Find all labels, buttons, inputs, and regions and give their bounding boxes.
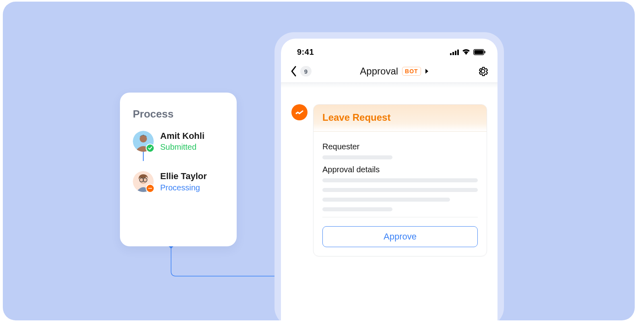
message-row: Leave Request Requester Approval details… [281,88,497,256]
process-title: Process [133,108,224,120]
avatar [133,171,154,192]
svg-rect-15 [457,50,459,55]
person-name: Amit Kohli [160,131,204,141]
svg-rect-13 [452,52,454,55]
bot-badge: BOT [402,67,421,76]
skeleton-line [322,188,478,192]
svg-rect-12 [450,53,452,55]
process-item: Ellie Taylor Processing [133,171,224,193]
canvas: Process Amit Kohli Submitted [3,2,635,320]
person-name: Ellie Taylor [160,171,207,182]
phone-frame: 9:41 [275,32,504,320]
status-time: 9:41 [297,47,314,57]
svg-point-11 [151,188,152,189]
approval-details-label: Approval details [322,165,478,174]
skeleton-line [322,207,392,211]
check-icon [146,144,155,153]
chevron-left-icon[interactable] [290,66,297,77]
approve-button[interactable]: Approve [322,226,478,247]
phone-screen: 9:41 [281,39,497,320]
card-divider [322,217,478,217]
skeleton-line [322,155,392,159]
status-text: Submitted [160,141,204,153]
card-header: Leave Request [314,105,487,132]
svg-rect-17 [475,50,483,54]
requester-label: Requester [322,142,478,151]
back-count-pill[interactable]: 9 [300,66,312,76]
card-body: Requester Approval details [314,132,487,219]
nav-title: Approval [360,66,398,77]
card-title: Leave Request [322,112,478,123]
caret-right-icon [425,68,429,74]
svg-rect-18 [485,51,485,54]
wifi-icon [462,49,470,55]
svg-rect-14 [455,51,456,55]
status-text: Processing [160,182,207,193]
nav-bar: 9 Approval BOT [281,59,497,83]
svg-point-9 [149,188,150,189]
battery-icon [473,49,485,55]
nav-divider [281,83,497,88]
cellular-icon [450,50,459,55]
bot-avatar-icon [291,104,308,120]
nav-title-group[interactable]: Approval BOT [360,66,429,77]
status-bar: 9:41 [281,47,497,59]
svg-point-10 [150,188,151,189]
skeleton-line [322,178,478,182]
status-icons [450,49,485,55]
gear-icon[interactable] [477,66,489,77]
leave-request-card: Leave Request Requester Approval details… [313,104,487,256]
skeleton-line [322,198,450,202]
avatar [133,131,154,152]
ellipsis-icon [146,184,155,193]
process-card: Process Amit Kohli Submitted [120,93,237,246]
svg-point-3 [140,135,147,142]
process-item: Amit Kohli Submitted [133,131,224,153]
